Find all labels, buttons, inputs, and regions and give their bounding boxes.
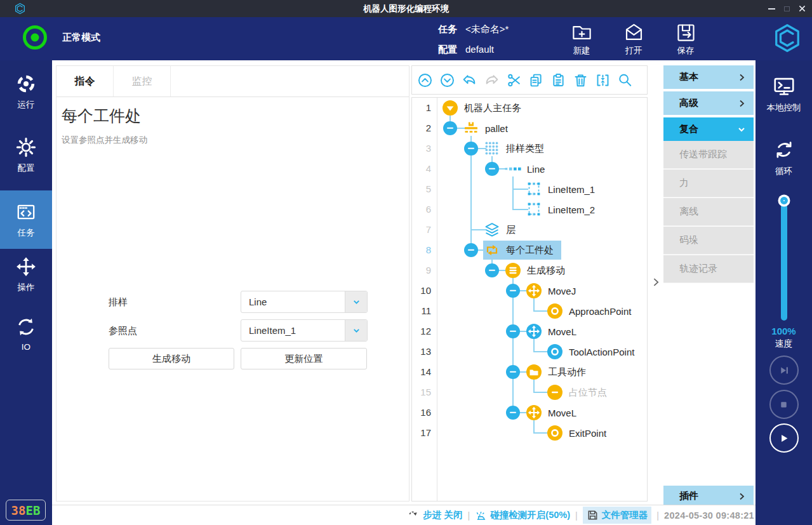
chevron-down-icon bbox=[345, 291, 367, 312]
category-group-基本[interactable]: 基本 bbox=[663, 65, 754, 89]
speed-label: 速度 bbox=[755, 338, 812, 350]
badge-left: 38 bbox=[11, 503, 26, 517]
undo-icon[interactable] bbox=[460, 70, 479, 90]
play-button[interactable] bbox=[769, 423, 799, 453]
delete-icon[interactable] bbox=[571, 70, 590, 90]
collapse-node-button[interactable] bbox=[485, 263, 499, 277]
sidebar-item-io[interactable]: IO bbox=[0, 316, 52, 352]
line-number: 14 bbox=[413, 362, 431, 382]
panel-collapse-handle[interactable] bbox=[648, 65, 663, 502]
sidebar-item-operate[interactable]: 操作 bbox=[0, 256, 52, 293]
minimize-button[interactable] bbox=[764, 0, 779, 17]
repeat-yellow-icon bbox=[484, 242, 500, 258]
speed-slider[interactable] bbox=[781, 204, 787, 321]
tree-node-ExitPoint[interactable]: ExitPoint bbox=[546, 423, 614, 442]
mode-label: 正常模式 bbox=[62, 32, 100, 44]
collapse-node-button[interactable] bbox=[464, 243, 478, 257]
tree-node-pallet[interactable]: pallet bbox=[462, 119, 516, 138]
local-control-button[interactable]: 本地控制 bbox=[755, 74, 812, 114]
speed-slider-knob[interactable] bbox=[780, 197, 788, 204]
tree-node-Line[interactable]: Line bbox=[504, 159, 552, 178]
tree-node-label: MoveL bbox=[548, 408, 576, 418]
search-icon[interactable] bbox=[615, 70, 635, 90]
save-icon bbox=[675, 22, 697, 44]
category-item-力[interactable]: 力 bbox=[663, 169, 754, 197]
tree-node-占位节点[interactable]: 占位节点 bbox=[546, 383, 615, 402]
tab-monitor[interactable]: 监控 bbox=[114, 66, 171, 96]
generate-move-button[interactable]: 生成移动 bbox=[109, 348, 234, 369]
copy-icon[interactable] bbox=[526, 70, 546, 90]
category-item-离线[interactable]: 离线 bbox=[663, 198, 754, 226]
save-button[interactable]: 保存 bbox=[670, 22, 701, 56]
tree-node-机器人主任务[interactable]: 机器人主任务 bbox=[441, 98, 529, 117]
sidebar-item-label: 运行 bbox=[18, 99, 35, 110]
collision-detect-status[interactable]: 碰撞检测开启(50%) bbox=[475, 509, 570, 521]
right-sidebar: 本地控制 循环 100% 速度 bbox=[755, 60, 812, 525]
minus-yellow-icon bbox=[547, 384, 563, 401]
category-item-传送带跟踪[interactable]: 传送带跟踪 bbox=[663, 141, 754, 169]
pallet-icon bbox=[463, 120, 479, 136]
new-button[interactable]: 新建 bbox=[566, 22, 597, 56]
cut-icon[interactable] bbox=[504, 70, 524, 90]
mode-indicator: 正常模式 bbox=[23, 25, 100, 50]
status-text: 碰撞检测开启(50%) bbox=[490, 509, 570, 521]
save-button-label: 保存 bbox=[677, 45, 695, 56]
tree-node-LineItem_1[interactable]: LineItem_1 bbox=[525, 180, 602, 199]
step-forward-button[interactable] bbox=[769, 356, 799, 385]
step-mode-status[interactable]: 步进 关闭 bbox=[408, 509, 462, 521]
tree-node-LineItem_2[interactable]: LineItem_2 bbox=[525, 200, 602, 219]
tab-command[interactable]: 指令 bbox=[57, 66, 114, 96]
category-group-高级[interactable]: 高级 bbox=[663, 91, 754, 115]
collapse-node-button[interactable] bbox=[506, 324, 520, 338]
expand-down-icon[interactable] bbox=[437, 70, 457, 90]
maximize-button[interactable] bbox=[779, 0, 794, 17]
category-item-轨迹记录[interactable]: 轨迹记录 bbox=[663, 255, 754, 283]
dashed-square-icon bbox=[526, 181, 542, 197]
tree-node-MoveL[interactable]: MoveL bbox=[525, 322, 584, 341]
loop-label: 循环 bbox=[775, 166, 792, 177]
sidebar-item-task[interactable]: 任务 bbox=[0, 190, 52, 249]
tree-node-排样类型[interactable]: 排样类型 bbox=[483, 139, 552, 158]
pattern-select[interactable]: Line bbox=[241, 291, 368, 313]
close-button[interactable] bbox=[794, 0, 809, 17]
point-yellow-icon bbox=[547, 303, 563, 319]
collapse-node-button[interactable] bbox=[506, 406, 520, 420]
page-subtitle: 设置参照点并生成移动 bbox=[62, 135, 147, 146]
collapse-node-button[interactable] bbox=[443, 121, 457, 135]
refpoint-select[interactable]: LineItem_1 bbox=[241, 319, 368, 342]
tree-node-label: LineItem_2 bbox=[548, 204, 595, 215]
sidebar-item-config[interactable]: 配置 bbox=[0, 136, 52, 174]
category-group-复合[interactable]: 复合 bbox=[663, 117, 754, 141]
tree-node-生成移动[interactable]: 生成移动 bbox=[504, 261, 573, 280]
status-text: 文件管理器 bbox=[602, 509, 648, 521]
loop-button[interactable]: 循环 bbox=[755, 138, 812, 177]
tree-node-MoveJ[interactable]: MoveJ bbox=[525, 281, 583, 300]
category-group-label: 复合 bbox=[679, 123, 698, 135]
sidebar-item-label: 任务 bbox=[18, 227, 35, 239]
collapse-node-button[interactable] bbox=[506, 365, 520, 379]
update-position-button[interactable]: 更新位置 bbox=[241, 348, 367, 369]
tree-node-MoveL[interactable]: MoveL bbox=[525, 403, 584, 422]
collapse-node-button[interactable] bbox=[464, 142, 478, 156]
line-number: 8 bbox=[413, 240, 431, 260]
collapse-up-icon[interactable] bbox=[415, 70, 435, 90]
category-item-码垛[interactable]: 码垛 bbox=[663, 227, 754, 255]
tree-node-ApproachPoint[interactable]: ApproachPoint bbox=[546, 302, 639, 321]
plugin-group-header[interactable]: 插件 bbox=[663, 486, 754, 507]
sidebar-item-run[interactable]: 运行 bbox=[0, 73, 52, 110]
paste-icon[interactable] bbox=[549, 70, 568, 90]
tree-node-工具动作[interactable]: 工具动作 bbox=[525, 362, 594, 382]
status-badge: 38EB bbox=[6, 500, 46, 521]
stop-button[interactable] bbox=[769, 390, 799, 419]
status-bar: 步进 关闭|碰撞检测开启(50%)|文件管理器|2024-05-30 09:48… bbox=[52, 505, 755, 525]
tree-node-ToolActionPoint[interactable]: ToolActionPoint bbox=[546, 342, 642, 361]
tree-node-每个工件处[interactable]: 每个工件处 bbox=[483, 241, 561, 260]
collapse-node-button[interactable] bbox=[485, 162, 499, 176]
file-manager-button[interactable]: 文件管理器 bbox=[583, 507, 652, 524]
open-button[interactable]: 打开 bbox=[618, 22, 649, 56]
fold-icon[interactable] bbox=[593, 70, 613, 90]
collapse-node-button[interactable] bbox=[506, 284, 520, 298]
tree-node-层[interactable]: 层 bbox=[483, 220, 523, 239]
tree-node-label: ToolActionPoint bbox=[569, 347, 634, 357]
line-number: 15 bbox=[413, 382, 431, 402]
